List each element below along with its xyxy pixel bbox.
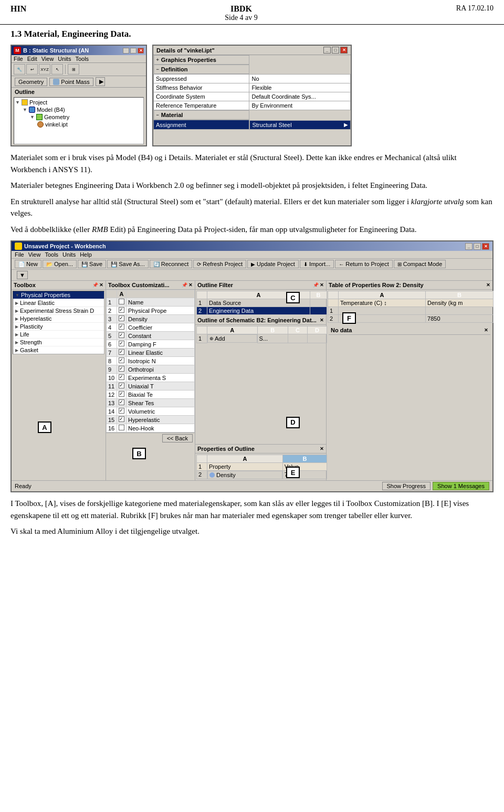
wb-btn-new[interactable]: 📄 New (15, 260, 41, 268)
checkbox-12[interactable] (119, 391, 124, 397)
menu-view[interactable]: View (41, 56, 54, 62)
menu-units[interactable]: Units (58, 56, 71, 62)
toolbox-item-life[interactable]: ▶ Life (13, 331, 104, 339)
checkbox-4[interactable] (119, 324, 124, 330)
toolbox-item-plasticity[interactable]: ▶ Plasticity (13, 323, 104, 331)
point-mass-button[interactable]: Point Mass (49, 78, 93, 86)
definition-toggle[interactable]: − (156, 67, 159, 72)
os-close-icon[interactable]: ✕ (320, 318, 324, 323)
no-data-close-icon[interactable]: ✕ (484, 328, 488, 333)
geo-toolbar[interactable]: Geometry Point Mass ▶ (12, 76, 146, 88)
checkbox-13[interactable] (119, 399, 124, 405)
tree-item-project[interactable]: ▼ Project (15, 99, 142, 106)
custom-check-15[interactable] (117, 416, 127, 424)
custom-check-8[interactable] (117, 357, 127, 365)
custom-check-12[interactable] (117, 391, 127, 399)
wb-btn-return[interactable]: ← Return to Project (335, 260, 393, 268)
wb-menu-view[interactable]: View (28, 251, 41, 258)
menu-tools[interactable]: Tools (75, 56, 89, 62)
details-row-assignment[interactable]: Assignment Structural Steel ▶ (154, 120, 351, 130)
tp-close-icon[interactable]: ✕ (486, 282, 490, 288)
tree-item-geometry[interactable]: ▼ Geometry (30, 113, 142, 121)
geometry-button[interactable]: Geometry (15, 78, 47, 86)
custom-check-1[interactable] (117, 298, 127, 307)
wb-maximize-btn[interactable]: □ (474, 243, 481, 250)
wb-btn-open[interactable]: 📂 Open... (43, 260, 77, 268)
toolbox-pin-btn[interactable]: 📌 (92, 282, 98, 288)
checkbox-9[interactable] (119, 366, 124, 372)
toolbox-item-gasket[interactable]: ▶ Gasket (13, 346, 104, 354)
custom-check-6[interactable] (117, 340, 127, 349)
toolbox-item-linear-elastic[interactable]: ▶ Linear Elastic (13, 299, 104, 307)
custom-check-16[interactable] (117, 424, 127, 433)
wb-btn-update[interactable]: ▶ Update Project (247, 260, 299, 268)
details-maximize-btn[interactable]: □ (332, 47, 339, 54)
custom-close-icon[interactable]: ✕ (188, 282, 193, 288)
outline-filter-close-icon[interactable]: ✕ (320, 282, 324, 288)
wb-minimize-btn[interactable]: _ (465, 243, 472, 250)
wb-menu-tools[interactable]: Tools (45, 251, 58, 258)
tree-item-model[interactable]: ▼ Model (B4) (23, 106, 142, 113)
toolbox-item-hyperelastic[interactable]: ▶ Hyperelastic (13, 315, 104, 323)
wb-btn-compact[interactable]: ⊞ Compact Mode (394, 260, 446, 268)
custom-check-5[interactable] (117, 332, 127, 340)
toolbar-btn-5[interactable]: ⊞ (68, 64, 79, 75)
checkbox-15[interactable] (119, 416, 124, 422)
wb-menu-file[interactable]: File (15, 251, 24, 258)
show-messages-btn[interactable]: Show 1 Messages (433, 482, 489, 490)
tree-item-vinkel[interactable]: vinkel.ipt (37, 121, 142, 128)
toolbar-btn-3[interactable]: XYZ (39, 64, 50, 75)
custom-check-7[interactable] (117, 349, 127, 357)
wb-menu-help[interactable]: Help (80, 251, 92, 258)
assignment-arrow[interactable]: ▶ (344, 122, 348, 128)
custom-check-4[interactable] (117, 323, 127, 332)
toolbar-btn-2[interactable]: ↩ (26, 64, 38, 75)
custom-check-9[interactable] (117, 365, 127, 374)
custom-check-13[interactable] (117, 399, 127, 407)
os-add-btn[interactable]: ⊕ Add (207, 334, 257, 343)
details-close-btn[interactable]: ✕ (340, 47, 348, 54)
menu-edit[interactable]: Edit (27, 56, 37, 62)
show-progress-btn[interactable]: Show Progress (382, 482, 431, 490)
prop-close-icon[interactable]: ✕ (320, 446, 324, 451)
checkbox-2[interactable] (119, 307, 124, 313)
checkbox-8[interactable] (119, 357, 124, 363)
checkbox-7[interactable] (119, 349, 124, 355)
graphics-toggle[interactable]: + (156, 57, 159, 62)
menu-file[interactable]: File (14, 56, 23, 62)
toolbox-item-experimental[interactable]: ▶ Experimental Stress Strain D (13, 307, 104, 315)
toolbar-btn-1[interactable]: 🔧 (14, 64, 25, 75)
checkbox-14[interactable] (119, 408, 124, 414)
checkbox-1[interactable] (119, 299, 124, 304)
checkbox-11[interactable] (119, 383, 124, 388)
wb-menu-units[interactable]: Units (62, 251, 76, 258)
custom-check-10[interactable] (117, 374, 127, 382)
toolbar-btn-4[interactable]: ↖ (51, 64, 63, 75)
custom-check-3[interactable] (117, 315, 127, 323)
toolbox-item-physical[interactable]: ▼ Physical Properties (13, 291, 104, 299)
back-button[interactable]: << Back (162, 434, 193, 442)
filter-button[interactable]: ▼ (17, 271, 28, 279)
custom-pin-btn[interactable]: 📌 (182, 282, 187, 288)
wb-btn-refresh[interactable]: ⟳ Refresh Project (193, 260, 246, 268)
extra-btn[interactable]: ▶ (96, 77, 105, 86)
custom-check-14[interactable] (117, 407, 127, 416)
wb-btn-saveas[interactable]: 💾 Save As... (107, 260, 149, 268)
outline-filter-row-2[interactable]: 2 Engineering Data (197, 307, 327, 315)
wb-btn-reconnect[interactable]: 🔄 Reconnect (150, 260, 193, 268)
mech-maximize-btn[interactable]: □ (130, 48, 136, 54)
mech-minimize-btn[interactable]: _ (123, 48, 129, 54)
wb-btn-import[interactable]: ⬇ Import... (300, 260, 334, 268)
details-minimize-btn[interactable]: _ (323, 47, 331, 54)
checkbox-6[interactable] (119, 341, 124, 346)
custom-check-2[interactable] (117, 307, 127, 315)
toolbox-item-strength[interactable]: ▶ Strength (13, 339, 104, 346)
outline-filter-pin[interactable]: 📌 (313, 282, 319, 288)
checkbox-16[interactable] (119, 425, 124, 430)
wb-close-btn[interactable]: ✕ (482, 243, 489, 250)
checkbox-5[interactable] (119, 332, 124, 338)
os-row-1[interactable]: 1 ⊕ Add S... (197, 334, 327, 343)
custom-check-11[interactable] (117, 382, 127, 391)
checkbox-3[interactable] (119, 315, 124, 321)
mech-close-btn[interactable]: ✕ (138, 48, 144, 54)
